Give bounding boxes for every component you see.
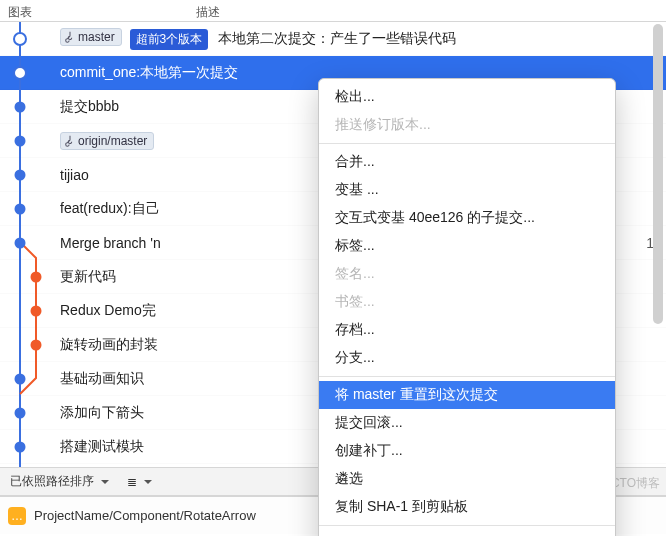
view-options-dropdown[interactable]: ≣ xyxy=(123,473,156,491)
ctx-copy-sha[interactable]: 复制 SHA-1 到剪贴板 xyxy=(319,493,615,521)
branch-label: master xyxy=(78,30,115,44)
ahead-badge: 超前3个版本 xyxy=(130,29,209,50)
sort-dropdown[interactable]: 已依照路径排序 xyxy=(6,471,113,492)
chevron-down-icon xyxy=(141,475,152,489)
ctx-separator xyxy=(319,376,615,377)
commit-message: 提交bbbb xyxy=(60,98,119,114)
commit-message: feat(redux):自己 xyxy=(60,200,160,216)
ctx-revert[interactable]: 提交回滚... xyxy=(319,409,615,437)
ctx-rebase-interactive[interactable]: 交互式变基 40ee126 的子提交... xyxy=(319,204,615,232)
branch-label: origin/master xyxy=(78,134,147,148)
header-col-graph: 图表 xyxy=(0,4,190,21)
ctx-archive[interactable]: 存档... xyxy=(319,316,615,344)
scrollbar[interactable] xyxy=(651,22,665,468)
file-path: ProjectName/Component/RotateArrow xyxy=(34,508,256,523)
ctx-merge[interactable]: 合并... xyxy=(319,148,615,176)
context-menu: 检出... 推送修订版本... 合并... 变基 ... 交互式变基 40ee1… xyxy=(318,78,616,536)
ctx-tag[interactable]: 标签... xyxy=(319,232,615,260)
commit-message: 本地第二次提交：产生了一些错误代码 xyxy=(218,30,456,46)
ctx-branch[interactable]: 分支... xyxy=(319,344,615,372)
ctx-separator xyxy=(319,525,615,526)
ctx-push-revision[interactable]: 推送修订版本... xyxy=(319,111,615,139)
commit-message: commit_one:本地第一次提交 xyxy=(60,64,238,80)
ctx-custom-actions[interactable]: 自定义操作 xyxy=(319,530,615,536)
branch-tag-origin-master: origin/master xyxy=(60,132,154,150)
commit-row[interactable]: master 超前3个版本 本地第二次提交：产生了一些错误代码 xyxy=(0,22,666,56)
list-icon: ≣ xyxy=(127,475,137,489)
commit-message: Merge branch 'n xyxy=(60,235,161,251)
ctx-reset-master[interactable]: 将 master 重置到这次提交 xyxy=(319,381,615,409)
commit-message: 旋转动画的封装 xyxy=(60,336,158,352)
commit-message: tijiao xyxy=(60,167,89,183)
chevron-down-icon xyxy=(98,475,109,489)
scrollbar-thumb[interactable] xyxy=(653,24,663,324)
branch-tag-master: master xyxy=(60,28,122,46)
header-col-desc: 描述 xyxy=(190,4,666,21)
commit-message: 基础动画知识 xyxy=(60,370,144,386)
commit-message: 搭建测试模块 xyxy=(60,438,144,454)
ctx-create-patch[interactable]: 创建补丁... xyxy=(319,437,615,465)
ctx-rebase[interactable]: 变基 ... xyxy=(319,176,615,204)
ctx-bookmark[interactable]: 书签... xyxy=(319,288,615,316)
file-icon: … xyxy=(8,507,26,525)
ctx-cherry-pick[interactable]: 遴选 xyxy=(319,465,615,493)
commit-message: Redux Demo完 xyxy=(60,302,156,318)
ctx-separator xyxy=(319,143,615,144)
ctx-checkout[interactable]: 检出... xyxy=(319,83,615,111)
ctx-sign[interactable]: 签名... xyxy=(319,260,615,288)
sort-label: 已依照路径排序 xyxy=(10,473,94,490)
commit-message: 添加向下箭头 xyxy=(60,404,144,420)
commit-message: 更新代码 xyxy=(60,268,116,284)
list-header: 图表 描述 xyxy=(0,0,666,22)
